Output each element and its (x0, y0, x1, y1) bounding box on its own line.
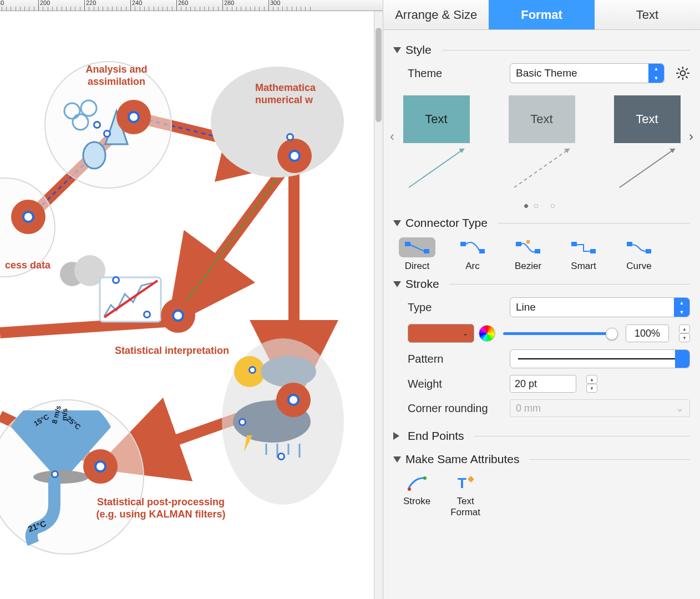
section-style-header[interactable]: Style (393, 43, 690, 57)
stroke-type-row: Type Line ▲▼ (408, 297, 690, 317)
corner-input: 0 mm (510, 399, 690, 417)
selection-handle[interactable] (286, 133, 294, 141)
weight-input[interactable]: 20 pt (510, 375, 576, 393)
section-connector-header[interactable]: Connector Type (393, 216, 690, 230)
color-wheel-icon[interactable] (479, 325, 495, 342)
pattern-label: Pattern (408, 353, 502, 366)
svg-point-27 (681, 71, 686, 76)
svg-point-26 (33, 470, 89, 484)
slider-thumb[interactable] (606, 328, 618, 340)
connector-node[interactable] (161, 298, 195, 333)
tab-format[interactable]: Format (489, 0, 594, 29)
swatch-arrow-icon (403, 143, 470, 191)
section-stroke-header[interactable]: Stroke (393, 277, 690, 291)
svg-line-38 (514, 149, 570, 187)
connector-node[interactable] (11, 200, 45, 234)
connector-node[interactable] (276, 383, 311, 417)
tab-arrange[interactable]: Arrange & Size (383, 0, 489, 29)
same-stroke-label: Stroke (403, 496, 430, 507)
swatch-arrow-icon (614, 143, 681, 191)
selection-handle[interactable] (239, 418, 246, 426)
opacity-slider[interactable] (503, 332, 618, 335)
connector-curve[interactable]: Curve (621, 237, 657, 272)
pattern-row: Pattern (408, 349, 690, 368)
style-swatch-3[interactable]: Text (614, 95, 681, 191)
section-title: Style (405, 43, 432, 57)
svg-point-54 (408, 488, 411, 491)
divider (474, 436, 690, 436)
node-label-cessdata[interactable]: cess data (0, 260, 55, 272)
selection-handle[interactable] (143, 311, 151, 318)
svg-point-55 (423, 476, 427, 480)
weight-row: Weight 20 pt ▲▼ (408, 375, 690, 393)
node-label-statinterp[interactable]: Statistical interpretation (89, 345, 255, 357)
divider (529, 459, 690, 460)
same-textformat-button[interactable]: T Text Format (450, 474, 480, 518)
select-stepper-icon: ▲▼ (648, 64, 664, 83)
swatch-prev-icon[interactable]: ‹ (390, 129, 394, 144)
divider (498, 223, 690, 224)
gear-icon[interactable] (676, 66, 690, 80)
connector-arc[interactable]: Arc (454, 237, 491, 272)
connector-smart[interactable]: Smart (565, 237, 602, 272)
swatch-arrow-icon (509, 143, 575, 191)
same-stroke-button[interactable]: Stroke (403, 474, 430, 518)
selection-handle[interactable] (93, 121, 101, 129)
selection-handle[interactable] (103, 130, 111, 138)
svg-rect-44 (424, 249, 429, 253)
svg-text:T: T (458, 475, 466, 491)
stroke-color-button[interactable]: ⌄ (408, 324, 474, 343)
theme-select[interactable]: Basic Theme ▲▼ (510, 63, 665, 83)
node-label-analysis[interactable]: Analysis and assimilation (67, 64, 166, 88)
disclosure-triangle-icon (393, 432, 403, 440)
connector-node[interactable] (116, 100, 151, 134)
selection-handle[interactable] (277, 453, 285, 460)
theme-label: Theme (408, 67, 502, 80)
style-swatch-2[interactable]: Text (509, 95, 575, 191)
svg-rect-53 (646, 249, 651, 253)
svg-rect-42 (405, 242, 410, 246)
selection-handle[interactable] (112, 276, 120, 284)
connector-node[interactable] (83, 449, 118, 484)
node-label-postproc[interactable]: Statistical post-processing (e.g. using … (72, 496, 250, 520)
theme-row: Theme Basic Theme ▲▼ (408, 63, 690, 83)
style-swatch-1[interactable]: Text (403, 95, 470, 191)
vertical-scrollbar[interactable] (374, 11, 383, 599)
swatch-page-dots[interactable]: ●○ ○ (393, 201, 690, 211)
same-textformat-label: Text Format (450, 496, 480, 518)
connector-direct[interactable]: Direct (399, 237, 435, 272)
disclosure-triangle-icon (393, 47, 401, 53)
connector-label: Direct (405, 261, 429, 272)
pattern-select[interactable] (510, 349, 690, 368)
weight-stepper[interactable]: ▲▼ (586, 375, 597, 393)
svg-line-43 (410, 245, 424, 251)
divider (442, 50, 690, 50)
section-title: Connector Type (405, 216, 488, 230)
swatch-box: Text (614, 95, 681, 143)
opacity-value[interactable]: 100% (626, 324, 669, 342)
tab-text[interactable]: Text (595, 0, 700, 29)
svg-point-12 (73, 114, 88, 130)
swatch-next-icon[interactable]: › (689, 129, 693, 144)
selection-handle[interactable] (248, 366, 256, 374)
connector-bezier[interactable]: Bezier (510, 237, 546, 272)
scrollbar-thumb[interactable] (376, 28, 382, 122)
svg-rect-49 (526, 240, 530, 243)
canvas-area[interactable]: 180200220240260280300 (0, 0, 383, 599)
svg-rect-52 (627, 242, 632, 246)
svg-point-10 (64, 103, 80, 119)
inspector-panel: Arrange & Size Format Text Style Theme B… (383, 0, 700, 599)
section-same-header[interactable]: Make Same Attributes (393, 453, 690, 466)
node-label-math[interactable]: Mathematica numerical w (255, 82, 344, 106)
section-endpoints-header[interactable]: End Points (393, 429, 690, 443)
weight-label: Weight (408, 378, 502, 390)
opacity-stepper[interactable]: ▲▼ (679, 324, 690, 342)
selection-handle[interactable] (51, 470, 59, 478)
panel-body: Style Theme Basic Theme ▲▼ ‹ Text Text T… (383, 30, 700, 599)
connector-node[interactable] (277, 139, 312, 173)
stroke-type-select[interactable]: Line ▲▼ (510, 297, 690, 317)
svg-rect-50 (571, 242, 577, 246)
diagram-canvas[interactable]: 15°C 8 m/s m/s 25°C 21°C Analysis and as… (0, 11, 383, 599)
clipart-chart-icon (55, 255, 166, 333)
stroke-type-label: Type (408, 301, 502, 314)
